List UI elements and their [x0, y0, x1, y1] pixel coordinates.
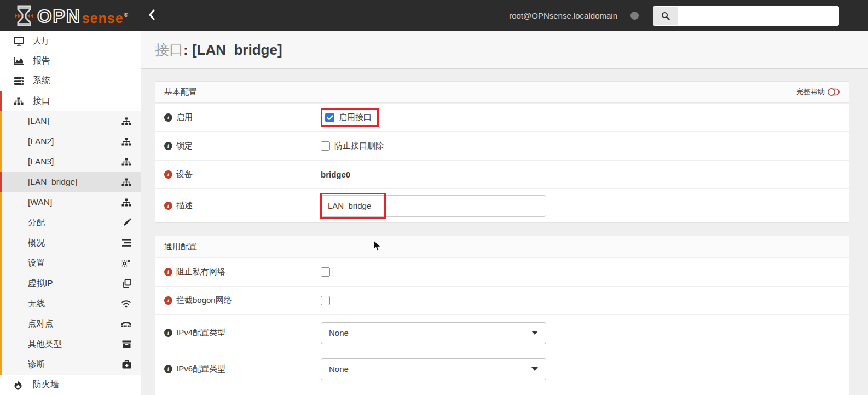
checkbox-label[interactable]: 防止接口删除 — [334, 141, 384, 151]
sidebar-item-lobby[interactable]: 大厅 — [0, 31, 141, 51]
sitemap-icon — [14, 97, 26, 105]
status-dot — [630, 12, 639, 20]
sidebar-item-lan3[interactable]: [LAN3] — [2, 152, 141, 172]
sidebar-collapse-chevron-left-icon[interactable] — [148, 9, 155, 23]
description-input[interactable] — [321, 195, 546, 217]
panel-title: 通用配置 — [164, 242, 197, 252]
hourglass-logo-icon — [14, 5, 34, 27]
sidebar-item-virtual-ip[interactable]: 虚拟IP — [2, 273, 141, 294]
info-icon[interactable]: i — [164, 365, 172, 373]
fire-icon — [14, 380, 26, 390]
sidebar-item-lan[interactable]: [LAN] — [2, 111, 141, 131]
sidebar-item-label: 概况 — [28, 237, 45, 249]
sidebar-item-label: 防火墙 — [33, 379, 59, 391]
sidebar-item-diagnostics[interactable]: 诊断 — [2, 354, 141, 375]
sidebar-item-overview[interactable]: 概况 — [2, 233, 141, 253]
form-row-lock: i 锁定 防止接口删除 — [155, 131, 849, 160]
block-bogon-networks-checkbox[interactable] — [321, 296, 330, 305]
sidebar-item-other-types[interactable]: 其他类型 — [2, 334, 141, 354]
search-input[interactable] — [678, 7, 838, 25]
info-icon[interactable]: i — [164, 202, 172, 210]
sidebar-item-settings[interactable]: 设置 — [2, 253, 141, 273]
info-icon[interactable]: i — [164, 170, 172, 179]
sidebar-item-label: 报告 — [33, 55, 50, 67]
sidebar-item-label: 虚拟IP — [28, 278, 53, 289]
select-value: None — [329, 328, 349, 337]
prevent-removal-checkbox[interactable] — [321, 141, 330, 151]
clone-icon — [123, 279, 131, 288]
ppp-icon — [121, 320, 131, 328]
sidebar-item-lan2[interactable]: [LAN2] — [2, 131, 141, 152]
page-title-interface-name: [LAN_bridge] — [192, 42, 282, 58]
panel-title: 基本配置 — [164, 87, 197, 98]
info-icon[interactable]: i — [164, 329, 172, 337]
sidebar-item-label: [LAN3] — [28, 157, 54, 167]
select-value: None — [329, 364, 349, 374]
sidebar-item-wireless[interactable]: 无线 — [2, 294, 141, 314]
caret-down-icon — [531, 367, 538, 371]
page-title: 接口: [LAN_bridge] — [155, 41, 282, 60]
form-row-device: i 设备 bridge0 — [155, 160, 849, 188]
brand-opn-text: OPN — [37, 7, 81, 25]
form-row-enable: i 启用 启用接口 — [155, 103, 849, 131]
sidebar-item-label: 诊断 — [28, 359, 45, 370]
sidebar-item-interfaces[interactable]: 接口 — [0, 91, 141, 111]
sidebar-item-label: [WAN] — [28, 197, 52, 207]
search-icon[interactable] — [653, 7, 678, 25]
interfaces-subnav: [LAN] [LAN2] [LAN3] [LAN_bridge] [WAN] — [0, 111, 141, 375]
form-row-block-private: i 阻止私有网络 — [155, 257, 849, 286]
sidebar-item-label: 分配 — [28, 217, 45, 228]
page-title-section: 接口 — [155, 42, 183, 58]
info-icon[interactable]: i — [164, 113, 172, 122]
sidebar-item-label: 接口 — [33, 95, 50, 107]
generic-configuration-header: 通用配置 — [155, 236, 849, 257]
opnsense-logo[interactable]: OPN sense ® — [14, 5, 128, 27]
sidebar-item-assignments[interactable]: 分配 — [2, 213, 141, 233]
medkit-icon — [122, 360, 131, 369]
pencil-icon — [123, 218, 131, 227]
logged-in-user[interactable]: root@OPNsense.localdomain — [509, 11, 617, 20]
sidebar-item-wan[interactable]: [WAN] — [2, 192, 141, 213]
sitemap-icon — [121, 158, 131, 166]
overview-icon — [122, 239, 131, 247]
server-icon — [14, 77, 26, 85]
wifi-icon — [121, 300, 131, 308]
basic-configuration-panel: 基本配置 完整帮助 i 启用 — [155, 81, 849, 223]
ipv4-configuration-type-select[interactable]: None — [321, 322, 546, 344]
field-label: 阻止私有网络 — [176, 267, 225, 277]
opnsense-app: OPN sense ® root@OPNsense.localdomain 大厅 — [0, 0, 868, 395]
sidebar-item-label: 其他类型 — [28, 339, 62, 350]
basic-configuration-header: 基本配置 完整帮助 — [155, 82, 849, 103]
form-row-block-bogon: i 拦截bogon网络 — [155, 286, 849, 314]
checkbox-label[interactable]: 启用接口 — [339, 112, 372, 123]
sidebar-item-label: [LAN_bridge] — [28, 177, 77, 187]
form-row-ipv6-type: i IPv6配置类型 None — [155, 351, 849, 387]
sidebar-item-point-to-point[interactable]: 点对点 — [2, 314, 141, 334]
page-title-strip: 接口: [LAN_bridge] — [141, 31, 868, 69]
full-help-toggle[interactable]: 完整帮助 — [796, 87, 840, 97]
toggle-off-icon — [827, 88, 840, 96]
sitemap-icon — [121, 198, 131, 207]
field-label: IPv6配置类型 — [176, 364, 225, 374]
form-row-ipv4-type: i IPv4配置类型 None — [155, 314, 849, 351]
block-private-networks-checkbox[interactable] — [321, 267, 330, 277]
sidebar-item-lan-bridge[interactable]: [LAN_bridge] — [0, 172, 141, 192]
sidebar-nav: 大厅 报告 系统 接口 [LAN] [LAN2] — [0, 31, 141, 395]
caret-down-icon — [531, 331, 538, 335]
sidebar-item-reporting[interactable]: 报告 — [0, 51, 141, 71]
info-icon[interactable]: i — [164, 268, 172, 276]
archive-icon — [122, 340, 131, 348]
main-content: 接口: [LAN_bridge] 基本配置 完整帮助 — [141, 31, 868, 395]
field-label: 锁定 — [176, 141, 193, 151]
info-icon[interactable]: i — [164, 296, 172, 305]
enable-interface-checkbox[interactable] — [325, 113, 334, 122]
sidebar-item-label: 点对点 — [28, 318, 54, 330]
field-label: 拦截bogon网络 — [176, 295, 232, 306]
ipv6-configuration-type-select[interactable]: None — [321, 358, 546, 380]
sidebar-item-label: 设置 — [28, 257, 45, 269]
field-label: 启用 — [176, 112, 193, 123]
info-icon[interactable]: i — [164, 142, 172, 150]
sidebar-item-firewall[interactable]: 防火墙 — [0, 375, 141, 395]
sidebar-item-system[interactable]: 系统 — [0, 71, 141, 90]
gears-icon — [121, 259, 131, 267]
